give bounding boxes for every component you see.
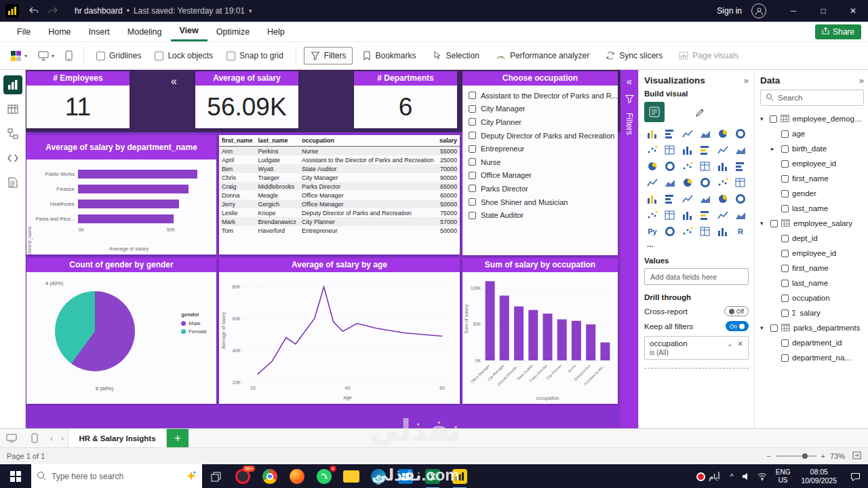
expand-caret-icon[interactable]: ▾ [760,115,766,122]
table-row[interactable]: AnnPerkinsNurse55000 [219,147,460,156]
card-average-of-salary[interactable]: Average of salary56.09K [195,71,298,128]
bookmarks-button[interactable]: Bookmarks [357,48,422,64]
show-hidden-icons-button[interactable]: ^ [726,472,738,481]
slicer-option-city-planner[interactable]: City Planner [462,115,618,129]
menu-optimize[interactable]: Optimize [208,22,258,41]
chrome-taskbar-icon[interactable] [256,464,283,488]
checkbox-lock-objects[interactable]: Lock objects [155,51,213,60]
dax-query-view-icon[interactable] [3,149,22,168]
bar[interactable] [78,170,197,179]
table-row[interactable]: MarkBrendanawiczCity Planner57000 [219,217,460,226]
card-departments[interactable]: # Departments6 [354,71,457,128]
document-title[interactable]: hr dashboard • Last saved: Yesterday at … [75,6,252,16]
close-button[interactable]: ✕ [838,0,868,22]
search-highlights-icon[interactable] [186,470,197,483]
sync-slicers-button[interactable]: Sync slicers [599,48,669,64]
visual-type-icon[interactable] [715,175,731,190]
expand-caret-icon[interactable]: ▾ [760,324,767,331]
bar[interactable] [78,200,179,208]
checkbox-icon[interactable] [781,250,789,257]
visual-type-icon[interactable] [715,143,731,157]
visual-type-icon[interactable] [697,224,713,239]
visual-type-icon[interactable] [715,191,731,206]
model-view-icon[interactable] [3,124,22,143]
zoom-out-button[interactable]: − [766,452,770,460]
file-explorer-taskbar-icon[interactable] [338,464,365,488]
table-row[interactable]: CraigMiddlebrooksParks Director65000 [219,182,460,191]
volume-icon[interactable] [738,472,754,481]
bar-chart-salary-by-department[interactable]: Average of salary by department_name dep… [26,135,216,255]
desktop-layout-icon[interactable] [0,434,23,443]
checkbox-icon[interactable] [781,145,789,153]
collapse-chevron-icon[interactable]: « [171,75,177,88]
values-field-well[interactable]: Add data fields here [644,268,749,285]
table-row[interactable]: TomHaverfordEntrepreneur50000 [219,226,460,235]
field-dept-id[interactable]: dept_id [760,231,864,246]
bar[interactable] [514,306,524,360]
visual-type-icon[interactable] [679,191,696,206]
checkbox-icon[interactable] [781,265,789,272]
remove-field-icon[interactable]: ✕ [738,340,743,348]
visual-type-icon[interactable] [662,224,678,239]
field-salary[interactable]: Σsalary [760,305,864,320]
checkbox-icon[interactable] [770,220,778,227]
table-view-icon[interactable] [3,100,22,119]
visual-type-icon[interactable] [732,208,749,223]
bar[interactable] [557,320,567,361]
checkbox-icon[interactable] [770,115,777,123]
new-page-button[interactable]: + [167,429,189,447]
sign-in-button[interactable]: Sign in [717,6,742,16]
slicer-option-city-manager[interactable]: City Manager [462,102,618,116]
slicer-option-assistant-to-the-director-of-parks-and-r[interactable]: Assistant to the Director of Parks and R… [462,89,618,102]
visual-type-icon[interactable] [662,126,678,141]
tray-app-ayyam[interactable]: أيام [691,464,725,488]
visual-type-icon[interactable] [697,175,713,190]
bar-chart[interactable]: 0K50K100KOffice ManagerCity ManagerDeput… [462,272,616,402]
checkbox-icon[interactable] [781,130,789,138]
cross-report-toggle[interactable]: Off [724,306,749,316]
mobile-layout-button[interactable] [60,50,78,61]
bar[interactable] [543,314,553,360]
visual-type-icon[interactable] [679,175,696,190]
visual-type-icon[interactable] [732,159,749,174]
start-button[interactable] [0,464,31,488]
visual-type-icon[interactable] [679,159,696,174]
checkbox-icon[interactable] [781,190,789,198]
theme-dropdown[interactable]: ▾ [5,51,33,61]
r-visual-icon[interactable]: R [732,224,749,239]
pie-chart[interactable] [55,291,135,371]
bar[interactable] [78,185,189,193]
collapse-pane-icon[interactable]: » [744,75,749,86]
field-first-name[interactable]: first_name [760,261,864,276]
field-occupation[interactable]: occupation [760,290,864,305]
line-chart[interactable]: 20K40K60K80K204060ageAverage of salary [219,272,458,402]
visual-type-icon[interactable] [644,175,660,190]
checkbox-snap-to-grid[interactable]: Snap to grid [226,51,283,60]
bar[interactable] [572,321,581,360]
table-row[interactable]: JerryGergichOffice Manager50000 [219,200,460,208]
legend-item-male[interactable]: Male [181,320,207,326]
menu-home[interactable]: Home [39,22,79,41]
account-avatar-icon[interactable] [751,3,766,18]
action-center-button[interactable] [842,464,868,488]
firefox-taskbar-icon[interactable] [283,464,311,488]
expand-caret-icon[interactable]: ▾ [760,220,767,227]
legend-item-female[interactable]: Female [181,329,207,335]
checkbox-icon[interactable] [781,280,789,287]
opera-taskbar-icon[interactable]: 99+ [229,464,256,488]
network-icon[interactable] [754,472,770,481]
checkbox-icon[interactable] [770,324,778,332]
visual-type-icon[interactable] [715,126,731,141]
zoom-slider-handle[interactable] [802,453,808,459]
whatsapp-taskbar-icon[interactable]: 4 [311,464,338,488]
slicer-option-nurse[interactable]: Nurse [462,155,618,169]
visual-type-icon[interactable] [732,143,749,157]
visual-type-icon[interactable] [662,175,678,190]
visual-type-icon[interactable] [662,159,678,174]
line-chart-salary-by-age[interactable]: Average of salary by age 20K40K60K80K204… [219,258,460,404]
column-header-occupation[interactable]: occupation [299,135,437,147]
collapse-pane-icon[interactable]: » [859,75,864,86]
visual-type-icon[interactable] [715,208,731,223]
bar[interactable] [600,343,610,361]
slicer-option-state-auditor[interactable]: State Auditor [462,208,618,222]
